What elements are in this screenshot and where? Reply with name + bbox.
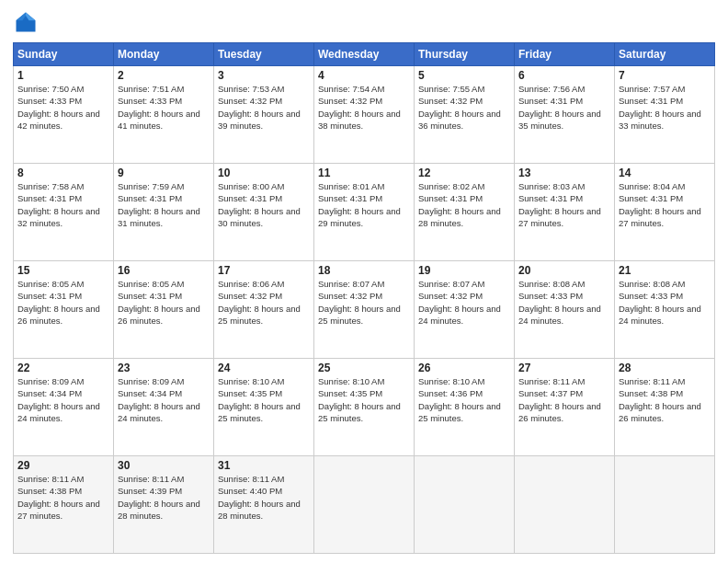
day-number: 29 xyxy=(17,459,109,472)
calendar-day-cell: 25 Sunrise: 8:10 AM Sunset: 4:35 PM Dayl… xyxy=(314,359,415,456)
day-number: 22 xyxy=(17,362,109,374)
day-number: 7 xyxy=(619,69,711,82)
day-info: Sunrise: 8:11 AM Sunset: 4:38 PM Dayligh… xyxy=(17,473,109,522)
day-number: 1 xyxy=(17,69,109,82)
calendar-week-row: 29 Sunrise: 8:11 AM Sunset: 4:38 PM Dayl… xyxy=(14,456,715,554)
calendar-day-header: Saturday xyxy=(615,43,715,66)
calendar-day-header: Friday xyxy=(515,43,615,66)
day-info: Sunrise: 8:07 AM Sunset: 4:32 PM Dayligh… xyxy=(418,278,510,327)
day-info: Sunrise: 8:07 AM Sunset: 4:32 PM Dayligh… xyxy=(318,278,410,327)
calendar-day-header: Tuesday xyxy=(214,43,314,66)
calendar-day-cell: 8 Sunrise: 7:58 AM Sunset: 4:31 PM Dayli… xyxy=(14,164,114,261)
calendar-day-cell: 31 Sunrise: 8:11 AM Sunset: 4:40 PM Dayl… xyxy=(214,456,314,554)
calendar-day-cell xyxy=(314,456,415,554)
calendar-day-cell: 29 Sunrise: 8:11 AM Sunset: 4:38 PM Dayl… xyxy=(14,456,114,554)
day-info: Sunrise: 8:11 AM Sunset: 4:37 PM Dayligh… xyxy=(518,375,610,424)
day-number: 27 xyxy=(518,362,610,374)
calendar-day-header: Thursday xyxy=(415,43,515,66)
calendar-day-cell: 26 Sunrise: 8:10 AM Sunset: 4:36 PM Dayl… xyxy=(415,359,515,456)
day-number: 19 xyxy=(418,264,510,277)
calendar-day-cell: 9 Sunrise: 7:59 AM Sunset: 4:31 PM Dayli… xyxy=(114,164,214,261)
calendar-header-row: SundayMondayTuesdayWednesdayThursdayFrid… xyxy=(14,43,715,66)
calendar-day-cell: 23 Sunrise: 8:09 AM Sunset: 4:34 PM Dayl… xyxy=(114,359,214,456)
day-number: 10 xyxy=(218,167,310,179)
day-info: Sunrise: 8:03 AM Sunset: 4:31 PM Dayligh… xyxy=(518,180,610,229)
calendar-day-cell: 14 Sunrise: 8:04 AM Sunset: 4:31 PM Dayl… xyxy=(615,164,715,261)
day-number: 20 xyxy=(518,264,610,277)
calendar-day-cell: 11 Sunrise: 8:01 AM Sunset: 4:31 PM Dayl… xyxy=(314,164,415,261)
day-info: Sunrise: 8:09 AM Sunset: 4:34 PM Dayligh… xyxy=(118,375,210,424)
calendar-day-cell: 24 Sunrise: 8:10 AM Sunset: 4:35 PM Dayl… xyxy=(214,359,314,456)
calendar-day-cell: 15 Sunrise: 8:05 AM Sunset: 4:31 PM Dayl… xyxy=(14,261,114,359)
page: SundayMondayTuesdayWednesdayThursdayFrid… xyxy=(0,0,728,563)
day-info: Sunrise: 8:00 AM Sunset: 4:31 PM Dayligh… xyxy=(218,180,310,229)
calendar-day-cell: 21 Sunrise: 8:08 AM Sunset: 4:33 PM Dayl… xyxy=(615,261,715,359)
calendar-day-cell xyxy=(515,456,615,554)
calendar-day-cell: 13 Sunrise: 8:03 AM Sunset: 4:31 PM Dayl… xyxy=(515,164,615,261)
calendar-day-cell: 3 Sunrise: 7:53 AM Sunset: 4:32 PM Dayli… xyxy=(214,66,314,164)
day-info: Sunrise: 8:05 AM Sunset: 4:31 PM Dayligh… xyxy=(118,278,210,327)
day-number: 25 xyxy=(318,362,410,374)
calendar-day-cell: 28 Sunrise: 8:11 AM Sunset: 4:38 PM Dayl… xyxy=(615,359,715,456)
day-number: 13 xyxy=(518,167,610,179)
day-number: 16 xyxy=(118,264,210,277)
day-number: 9 xyxy=(118,167,210,179)
day-info: Sunrise: 7:54 AM Sunset: 4:32 PM Dayligh… xyxy=(318,83,410,132)
calendar-day-cell: 2 Sunrise: 7:51 AM Sunset: 4:33 PM Dayli… xyxy=(114,66,214,164)
logo xyxy=(13,9,42,35)
day-info: Sunrise: 7:57 AM Sunset: 4:31 PM Dayligh… xyxy=(619,83,711,132)
calendar-day-cell xyxy=(415,456,515,554)
calendar-day-cell: 6 Sunrise: 7:56 AM Sunset: 4:31 PM Dayli… xyxy=(515,66,615,164)
calendar-day-cell: 18 Sunrise: 8:07 AM Sunset: 4:32 PM Dayl… xyxy=(314,261,415,359)
day-info: Sunrise: 8:08 AM Sunset: 4:33 PM Dayligh… xyxy=(619,278,711,327)
calendar-day-cell xyxy=(615,456,715,554)
day-info: Sunrise: 8:01 AM Sunset: 4:31 PM Dayligh… xyxy=(318,180,410,229)
day-info: Sunrise: 7:59 AM Sunset: 4:31 PM Dayligh… xyxy=(118,180,210,229)
day-info: Sunrise: 7:53 AM Sunset: 4:32 PM Dayligh… xyxy=(218,83,310,132)
calendar-week-row: 8 Sunrise: 7:58 AM Sunset: 4:31 PM Dayli… xyxy=(14,164,715,261)
calendar-day-cell: 19 Sunrise: 8:07 AM Sunset: 4:32 PM Dayl… xyxy=(415,261,515,359)
day-number: 3 xyxy=(218,69,310,82)
calendar-day-cell: 27 Sunrise: 8:11 AM Sunset: 4:37 PM Dayl… xyxy=(515,359,615,456)
day-number: 14 xyxy=(619,167,711,179)
calendar-day-cell: 12 Sunrise: 8:02 AM Sunset: 4:31 PM Dayl… xyxy=(415,164,515,261)
day-number: 24 xyxy=(218,362,310,374)
calendar-day-cell: 20 Sunrise: 8:08 AM Sunset: 4:33 PM Dayl… xyxy=(515,261,615,359)
calendar-day-header: Sunday xyxy=(14,43,114,66)
day-info: Sunrise: 8:08 AM Sunset: 4:33 PM Dayligh… xyxy=(518,278,610,327)
calendar-day-cell: 1 Sunrise: 7:50 AM Sunset: 4:33 PM Dayli… xyxy=(14,66,114,164)
day-info: Sunrise: 8:05 AM Sunset: 4:31 PM Dayligh… xyxy=(17,278,109,327)
day-info: Sunrise: 8:11 AM Sunset: 4:39 PM Dayligh… xyxy=(118,473,210,522)
day-info: Sunrise: 8:10 AM Sunset: 4:35 PM Dayligh… xyxy=(218,375,310,424)
day-number: 21 xyxy=(619,264,711,277)
logo-icon xyxy=(13,9,39,35)
day-info: Sunrise: 8:11 AM Sunset: 4:40 PM Dayligh… xyxy=(218,473,310,522)
calendar-table: SundayMondayTuesdayWednesdayThursdayFrid… xyxy=(13,42,715,554)
calendar-day-cell: 10 Sunrise: 8:00 AM Sunset: 4:31 PM Dayl… xyxy=(214,164,314,261)
day-number: 28 xyxy=(619,362,711,374)
day-info: Sunrise: 8:10 AM Sunset: 4:36 PM Dayligh… xyxy=(418,375,510,424)
calendar-day-header: Wednesday xyxy=(314,43,415,66)
day-number: 26 xyxy=(418,362,510,374)
day-info: Sunrise: 8:06 AM Sunset: 4:32 PM Dayligh… xyxy=(218,278,310,327)
day-number: 5 xyxy=(418,69,510,82)
calendar-day-cell: 22 Sunrise: 8:09 AM Sunset: 4:34 PM Dayl… xyxy=(14,359,114,456)
calendar-day-cell: 30 Sunrise: 8:11 AM Sunset: 4:39 PM Dayl… xyxy=(114,456,214,554)
calendar-day-header: Monday xyxy=(114,43,214,66)
calendar-week-row: 1 Sunrise: 7:50 AM Sunset: 4:33 PM Dayli… xyxy=(14,66,715,164)
calendar-day-cell: 4 Sunrise: 7:54 AM Sunset: 4:32 PM Dayli… xyxy=(314,66,415,164)
day-info: Sunrise: 7:51 AM Sunset: 4:33 PM Dayligh… xyxy=(118,83,210,132)
day-number: 15 xyxy=(17,264,109,277)
day-number: 30 xyxy=(118,459,210,472)
day-info: Sunrise: 8:04 AM Sunset: 4:31 PM Dayligh… xyxy=(619,180,711,229)
day-info: Sunrise: 7:50 AM Sunset: 4:33 PM Dayligh… xyxy=(17,83,109,132)
day-number: 31 xyxy=(218,459,310,472)
calendar-day-cell: 7 Sunrise: 7:57 AM Sunset: 4:31 PM Dayli… xyxy=(615,66,715,164)
day-number: 12 xyxy=(418,167,510,179)
day-info: Sunrise: 8:02 AM Sunset: 4:31 PM Dayligh… xyxy=(418,180,510,229)
day-info: Sunrise: 8:09 AM Sunset: 4:34 PM Dayligh… xyxy=(17,375,109,424)
calendar-week-row: 15 Sunrise: 8:05 AM Sunset: 4:31 PM Dayl… xyxy=(14,261,715,359)
calendar-day-cell: 17 Sunrise: 8:06 AM Sunset: 4:32 PM Dayl… xyxy=(214,261,314,359)
day-number: 8 xyxy=(17,167,109,179)
day-number: 2 xyxy=(118,69,210,82)
